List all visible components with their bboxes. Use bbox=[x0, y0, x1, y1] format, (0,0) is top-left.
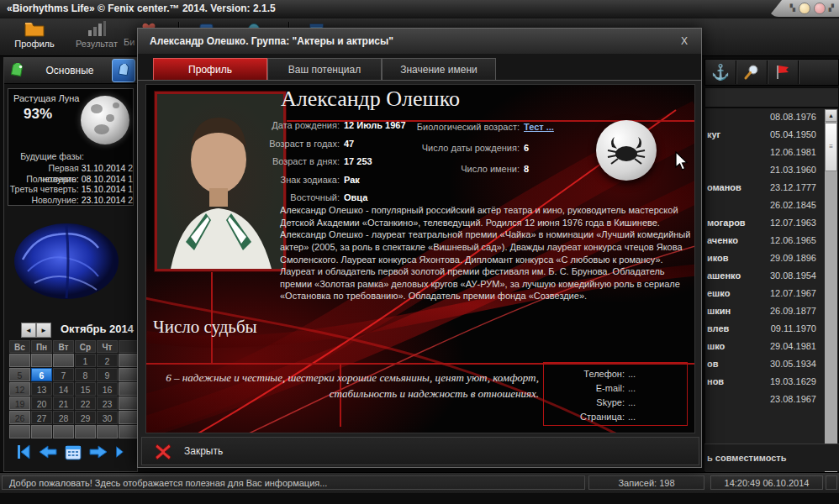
dialog-close-icon[interactable]: X bbox=[678, 34, 691, 48]
field-value[interactable]: Тест ... bbox=[524, 117, 554, 138]
calendar-day-cell[interactable]: 29 bbox=[75, 411, 96, 424]
calendar-day-cell[interactable]: 23 bbox=[97, 396, 118, 410]
flag-icon[interactable] bbox=[768, 60, 799, 84]
person-list-item[interactable]: влев09.11.1970 bbox=[705, 320, 838, 338]
compatibility-button[interactable]: ь совместимость bbox=[704, 444, 839, 471]
moon-phase-value: 31.10.2014 2 bbox=[82, 163, 133, 174]
calendar-day-cell[interactable] bbox=[9, 354, 30, 367]
person-list-item[interactable]: ешко12.07.1967 bbox=[705, 285, 838, 302]
calendar-day-cell[interactable] bbox=[31, 354, 52, 367]
calendar-day-cell[interactable]: 8 bbox=[75, 368, 96, 381]
calendar-day-cell[interactable]: 27 bbox=[31, 411, 52, 424]
calendar-day-cell[interactable] bbox=[31, 425, 52, 438]
calendar-today-icon[interactable] bbox=[65, 444, 82, 460]
person-list-item[interactable]: 26.02.1845 bbox=[705, 197, 838, 214]
person-birthdate: 23.08.1967 bbox=[770, 391, 816, 408]
calendar-prev-button[interactable]: ◄ bbox=[21, 323, 36, 338]
person-list-item[interactable]: 21.03.1960 bbox=[705, 161, 838, 179]
calendar-day-header: Пн bbox=[31, 340, 52, 353]
scroll-up-icon[interactable]: ▲ bbox=[825, 109, 837, 122]
calendar-day-cell[interactable]: 26 bbox=[9, 411, 30, 424]
person-list-item[interactable]: 23.08.1967 bbox=[705, 391, 838, 408]
calendar-day-cell[interactable]: 14 bbox=[53, 382, 74, 396]
person-list-item[interactable]: иков29.09.1896 bbox=[705, 249, 838, 267]
calendar-day-cell[interactable]: 22 bbox=[75, 396, 96, 410]
person-name-fragment: нов bbox=[707, 373, 724, 391]
dialog-close-button-label[interactable]: Закрыть bbox=[184, 445, 223, 457]
calendar-day-cell[interactable]: 19 bbox=[9, 396, 30, 410]
search-icon[interactable] bbox=[736, 60, 768, 84]
calendar-day-cell[interactable]: 2 bbox=[97, 354, 118, 367]
calendar-day-cell[interactable]: 1 bbox=[75, 354, 96, 367]
calendar-day-cell[interactable]: 30 bbox=[97, 411, 118, 424]
resize-grip[interactable] bbox=[826, 475, 837, 490]
calendar-day-cell[interactable]: 13 bbox=[31, 382, 52, 396]
tab-1[interactable]: Профиль bbox=[153, 58, 267, 80]
tab-3[interactable]: Значение имени bbox=[382, 58, 496, 80]
scroll-thumb[interactable]: ≡ bbox=[825, 123, 837, 171]
close-window-button[interactable] bbox=[814, 3, 826, 14]
calendar-day-cell[interactable]: 6 bbox=[31, 368, 52, 381]
window-controls: ▚ ▞ bbox=[768, 0, 839, 17]
person-list-item[interactable]: могаров12.07.1963 bbox=[705, 214, 838, 232]
contact-label: Skype: bbox=[544, 396, 625, 410]
sidebar-tab-main[interactable]: Основные bbox=[29, 65, 110, 76]
person-birthdate: 21.03.1960 bbox=[770, 161, 816, 179]
dialog-title-bar[interactable]: Александр Олешко. Группа: "Актеры и актр… bbox=[138, 29, 701, 55]
minimize-button[interactable] bbox=[799, 3, 810, 14]
calendar-day-cell[interactable]: 21 bbox=[53, 396, 74, 410]
person-list-item[interactable]: аченко12.06.1965 bbox=[705, 232, 838, 249]
person-list-item[interactable]: 12.06.1981 bbox=[705, 144, 838, 161]
person-list-item[interactable]: 08.08.1976 bbox=[705, 108, 838, 126]
window-menu-icon[interactable]: ▚ bbox=[790, 5, 795, 12]
status-bar: Добро пожаловать! Здесь отображается пол… bbox=[0, 472, 839, 493]
moon-phase-label: Новолуние: bbox=[8, 195, 79, 206]
person-birthdate: 26.09.1877 bbox=[770, 302, 816, 320]
calendar-day-cell[interactable] bbox=[53, 425, 74, 438]
person-name-fragment: могаров bbox=[707, 214, 746, 232]
first-date-icon[interactable] bbox=[16, 444, 31, 460]
calendar-day-cell[interactable]: 7 bbox=[53, 368, 74, 381]
person-list-item[interactable]: ов30.05.1934 bbox=[705, 355, 838, 373]
person-list-item[interactable]: оманов23.12.1777 bbox=[705, 179, 838, 197]
calendar-day-cell[interactable] bbox=[9, 425, 30, 438]
calendar-next-button[interactable]: ► bbox=[36, 323, 51, 338]
close-x-icon[interactable] bbox=[154, 443, 172, 461]
field-label: Возраст в годах: bbox=[220, 135, 340, 154]
person-list-item[interactable]: нов19.03.1629 bbox=[705, 373, 838, 391]
person-list-item[interactable]: куг05.04.1950 bbox=[705, 126, 838, 144]
green-tag-icon[interactable] bbox=[6, 60, 28, 81]
field-value: 8 bbox=[524, 159, 529, 180]
person-list-item[interactable]: ашенко30.08.1954 bbox=[705, 267, 838, 285]
toolbar-profile-button[interactable]: Профиль bbox=[5, 20, 64, 54]
dialog-tabs: ПрофильВаш потенциалЗначение имени bbox=[138, 54, 701, 81]
window-resize-icon[interactable]: ▞ bbox=[829, 5, 834, 12]
calendar-day-cell[interactable] bbox=[53, 354, 74, 367]
anchor-icon[interactable]: ⚓ bbox=[705, 60, 736, 84]
moon-phase-label: Первая четверть: bbox=[8, 163, 79, 174]
calendar-day-cell[interactable] bbox=[75, 425, 96, 438]
calendar-header: ◄ ► Октябрь 2014 bbox=[6, 320, 137, 340]
person-list-item[interactable]: шко29.04.1981 bbox=[705, 338, 838, 355]
calendar-day-cell[interactable] bbox=[97, 425, 118, 438]
moon-phases: Первая четверть:31.10.2014 2Полнолуние:0… bbox=[8, 163, 133, 205]
person-list-item[interactable]: шкин26.09.1877 bbox=[705, 302, 838, 320]
list-scrollbar[interactable]: ▲ ≡ ▼ bbox=[825, 109, 837, 489]
contact-row: E-mail:... bbox=[544, 381, 687, 396]
next-date-icon[interactable] bbox=[88, 444, 108, 460]
calendar-day-cell[interactable]: 16 bbox=[97, 382, 118, 396]
calendar-day-cell[interactable]: 5 bbox=[9, 368, 30, 381]
blue-tag-button[interactable] bbox=[112, 59, 135, 82]
last-date-icon[interactable] bbox=[115, 444, 127, 460]
prev-date-icon[interactable] bbox=[38, 444, 58, 460]
calendar-day-cell[interactable]: 20 bbox=[31, 396, 52, 410]
calendar-day-cell[interactable]: 12 bbox=[9, 382, 30, 396]
moon-phase-value: 23.10.2014 2 bbox=[82, 195, 133, 206]
calendar-grid: 1256789121314151619202122232627282930 bbox=[9, 354, 137, 438]
calendar-day-cell[interactable]: 9 bbox=[97, 368, 118, 381]
person-birthdate: 12.07.1967 bbox=[770, 285, 816, 302]
calendar-day-cell[interactable]: 15 bbox=[75, 382, 96, 396]
calendar-day-cell[interactable]: 28 bbox=[53, 411, 74, 424]
tab-2[interactable]: Ваш потенциал bbox=[267, 58, 382, 80]
person-birthdate: 08.08.1976 bbox=[770, 108, 816, 126]
